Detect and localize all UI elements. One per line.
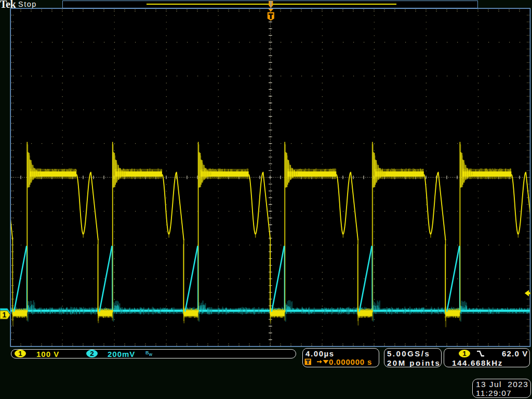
svg-text:1: 1: [2, 311, 6, 319]
